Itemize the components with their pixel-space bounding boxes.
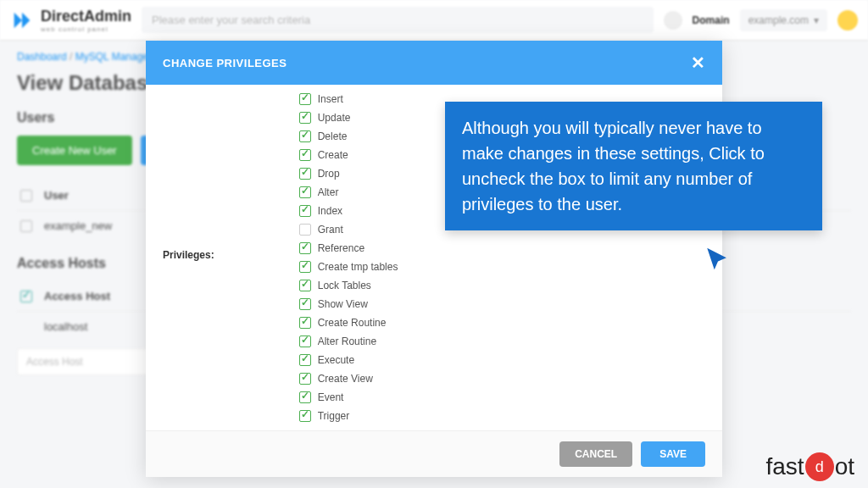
privilege-checkbox[interactable] [299,242,311,254]
cancel-button[interactable]: CANCEL [559,441,632,467]
privilege-label: Create Routine [318,317,387,329]
privilege-item[interactable]: Event [299,391,398,403]
privilege-label: Event [318,391,344,403]
modal-footer: CANCEL SAVE [146,430,722,477]
privilege-item[interactable]: Create View [299,373,398,385]
privilege-label: Create tmp tables [318,261,398,273]
modal-backdrop: CHANGE PRIVILEGES ✕ Privileges: InsertUp… [0,0,868,488]
privilege-label: Insert [318,93,343,105]
privilege-label: Index [318,205,342,217]
privilege-checkbox[interactable] [299,261,311,273]
privilege-label: Update [318,112,351,124]
privilege-checkbox[interactable] [299,112,311,124]
privilege-label: Grant [318,224,343,236]
privilege-checkbox[interactable] [299,130,311,142]
privilege-label: Trigger [318,410,350,422]
close-icon[interactable]: ✕ [691,53,706,73]
privilege-item[interactable]: Alter [299,186,398,198]
privilege-checkbox[interactable] [299,317,311,329]
privilege-item[interactable]: Drop [299,168,398,180]
privilege-checkbox[interactable] [299,205,311,217]
privilege-checkbox[interactable] [299,298,311,310]
privilege-item[interactable]: Grant [299,224,398,236]
privilege-checkbox[interactable] [299,168,311,180]
privilege-item[interactable]: Update [299,112,398,124]
privilege-checkbox[interactable] [299,149,311,161]
privilege-item[interactable]: Reference [299,242,398,254]
privilege-checkbox[interactable] [299,410,311,422]
watermark: fastdot [766,452,855,481]
privilege-item[interactable]: Insert [299,93,398,105]
privilege-label: Lock Tables [318,280,371,291]
privilege-label: Show View [318,298,368,310]
privilege-checkbox[interactable] [299,93,311,105]
privilege-label: Delete [318,130,348,142]
privilege-checkbox[interactable] [299,186,311,198]
privilege-item[interactable]: Show View [299,298,398,310]
privilege-checkbox[interactable] [299,280,311,291]
privilege-item[interactable]: Create [299,149,398,161]
privilege-label: Reference [318,242,364,254]
privilege-label: Create View [318,373,373,385]
privilege-label: Execute [318,354,354,366]
privilege-item[interactable]: Lock Tables [299,280,398,291]
privileges-label: Privileges: [163,93,214,422]
privilege-label: Alter Routine [318,336,376,347]
privilege-label: Alter [318,186,339,198]
privilege-item[interactable]: Trigger [299,410,398,422]
privilege-checkbox[interactable] [299,373,311,385]
privileges-list: InsertUpdateDeleteCreateDropAlterIndexGr… [299,93,398,422]
privilege-checkbox[interactable] [299,336,311,347]
privilege-checkbox[interactable] [299,391,311,403]
instruction-tooltip: Although you will typically never have t… [445,102,822,230]
privilege-checkbox[interactable] [299,354,311,366]
privilege-item[interactable]: Execute [299,354,398,366]
privilege-item[interactable]: Index [299,205,398,217]
privilege-label: Drop [318,168,340,180]
privilege-label: Create [318,149,348,161]
privilege-item[interactable]: Create tmp tables [299,261,398,273]
modal-title: CHANGE PRIVILEGES [163,57,287,69]
privilege-item[interactable]: Create Routine [299,317,398,329]
cursor-icon [704,246,732,281]
privilege-item[interactable]: Alter Routine [299,336,398,347]
privilege-item[interactable]: Delete [299,130,398,142]
save-button[interactable]: SAVE [641,441,705,467]
privilege-checkbox[interactable] [299,224,311,236]
modal-header: CHANGE PRIVILEGES ✕ [146,41,722,85]
